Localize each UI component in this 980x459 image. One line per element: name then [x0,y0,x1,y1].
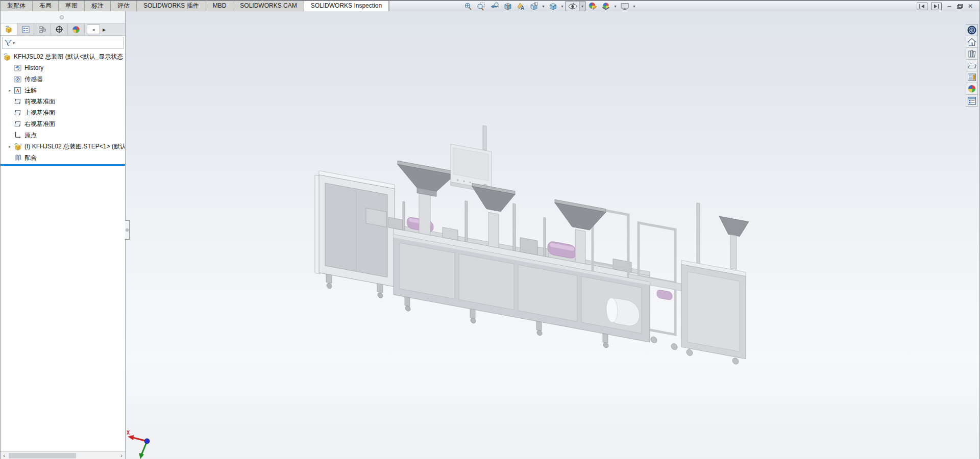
graphics-viewport[interactable]: X Y [126,11,979,459]
view-settings-caret-icon[interactable]: ▾ [631,1,637,11]
section-view-icon[interactable] [501,1,514,11]
appearances-scenes-icon[interactable] [966,83,978,95]
scroll-right-arrow-icon[interactable]: › [118,452,125,459]
zoom-to-fit-icon[interactable] [461,1,474,11]
tab-evaluate[interactable]: 评估 [111,1,137,11]
plane-icon [14,98,23,105]
expand-arrow-icon[interactable]: ▸ [6,144,14,149]
svg-text:A: A [16,88,19,93]
scrollbar-track[interactable] [8,452,118,459]
tree-item-label: (f) KFHJSL02 总装图.STEP<1> (默认 [24,142,125,151]
scroll-left-arrow-icon[interactable]: ‹ [1,452,8,459]
tree-filter-field[interactable]: ▾ [2,37,124,49]
featuremanager-design-tree-tab[interactable] [1,23,17,35]
tab-assembly[interactable]: 装配体 [1,1,33,11]
custom-properties-icon[interactable] [966,94,978,107]
tree-item-label: 传感器 [24,75,43,84]
display-style-icon[interactable] [546,1,559,11]
tree-item-history[interactable]: History [1,62,125,73]
tab-scroll-left-button[interactable]: ◂ [87,24,100,34]
view-palette-icon[interactable] [966,71,978,83]
machine-assembly-model[interactable] [126,11,979,459]
edit-appearance-icon[interactable] [586,1,599,11]
minimize-button[interactable]: – [945,3,953,10]
close-button[interactable]: ✕ [966,3,974,10]
solidworks-resources-icon[interactable] [966,24,978,36]
view-orientation-icon[interactable] [527,1,541,11]
annotations-icon: A [14,87,23,94]
apply-scene-icon[interactable] [599,1,612,11]
svg-text:A: A [521,5,524,11]
filter-caret-icon[interactable]: ▾ [13,41,15,45]
tab-layout[interactable]: 布局 [33,1,59,11]
display-style-caret-icon[interactable]: ▾ [559,1,565,11]
tab-solidworks-cam[interactable]: SOLIDWORKS CAM [233,1,304,11]
hide-show-items-pressed-group: ▾ [565,1,586,11]
window-controls: – ✕ [917,1,974,11]
panel-top-strip [1,11,125,23]
tree-filter-input[interactable] [16,37,123,48]
tree-item-label: 注解 [24,86,37,95]
tab-annotate[interactable]: 标注 [85,1,111,11]
tree-item-label: 配合 [24,154,37,162]
panel-collapse-handle[interactable] [125,220,130,240]
tree-item-front-plane[interactable]: 前视基准面 [1,96,125,107]
panel-split-handle-icon[interactable] [60,15,64,19]
displaymanager-tab[interactable] [68,23,85,35]
tab-mbd[interactable]: MBD [206,1,234,11]
solidworks-window: 装配体 布局 草图 标注 评估 SOLIDWORKS 插件 MBD SOLIDW… [0,0,980,459]
history-icon [14,64,23,71]
restore-button[interactable] [957,4,963,9]
heads-up-view-toolbar: A ▾ ▾ ▾ ▾ [461,1,637,11]
tree-item-label: 前视基准面 [24,97,55,106]
triad-z-dot-icon [144,439,150,444]
reference-triad: X Y [126,413,172,459]
tree-item-label: 上视基准面 [24,109,55,117]
tree-item-label: 右视基准面 [24,120,55,129]
zoom-to-area-icon[interactable] [474,1,487,11]
collapse-left-pane-button[interactable] [917,3,927,10]
featuremanager-panel: ◂ ▸ ▾ KFHJSL02 总装图 (默认<默认_显示状态 [1,11,126,459]
view-orientation-caret-icon[interactable]: ▾ [541,1,546,11]
dimxpertmanager-tab[interactable] [51,23,68,35]
scrollbar-thumb[interactable] [9,453,76,458]
filter-funnel-icon [5,39,12,46]
file-explorer-folder-icon[interactable] [966,59,978,71]
design-library-icon[interactable] [966,47,978,60]
view-settings-icon[interactable] [618,1,631,11]
apply-scene-caret-icon[interactable]: ▾ [612,1,618,11]
manager-pane-tabs: ◂ ▸ [1,23,125,36]
hide-show-items-icon[interactable] [566,2,579,11]
tree-item-component-step[interactable]: ▸ (f) KFHJSL02 总装图.STEP<1> (默认 [1,141,125,152]
plane-icon [14,109,23,116]
tree-item-top-plane[interactable]: 上视基准面 [1,107,125,118]
mates-icon [14,154,23,162]
tree-item-sensors[interactable]: 传感器 [1,73,125,85]
assembly-icon [3,53,12,61]
tree-item-mates[interactable]: 配合 [1,152,125,163]
panel-horizontal-scrollbar[interactable]: ‹ › [1,451,125,459]
tab-sketch[interactable]: 草图 [59,1,85,11]
tree-item-assembly-root[interactable]: KFHJSL02 总装图 (默认<默认_显示状态 [1,51,125,62]
tree-selection-bar [1,164,125,166]
task-pane [966,24,978,107]
sensors-icon [14,75,23,83]
configurationmanager-tab[interactable] [34,23,51,35]
tab-scroll-right-button[interactable]: ▸ [100,23,108,35]
propertymanager-tab[interactable] [17,23,34,35]
tab-solidworks-inspection[interactable]: SOLIDWORKS Inspection [304,1,389,11]
component-icon [14,143,23,150]
tree-item-label: 原点 [24,131,37,140]
tab-solidworks-addins[interactable]: SOLIDWORKS 插件 [137,1,206,11]
dynamic-annotation-views-icon[interactable]: A [514,1,527,11]
collapse-right-pane-button[interactable] [931,3,942,10]
previous-view-icon[interactable] [487,1,501,11]
plane-icon [14,120,23,128]
tree-item-origin[interactable]: 原点 [1,130,125,141]
triad-x-label: X [127,430,130,436]
hide-show-items-caret-icon[interactable]: ▾ [579,2,585,11]
tree-item-right-plane[interactable]: 右视基准面 [1,118,125,130]
home-icon[interactable] [966,36,978,48]
tree-item-annotations[interactable]: ▸ A 注解 [1,85,125,96]
expand-arrow-icon[interactable]: ▸ [6,88,14,93]
